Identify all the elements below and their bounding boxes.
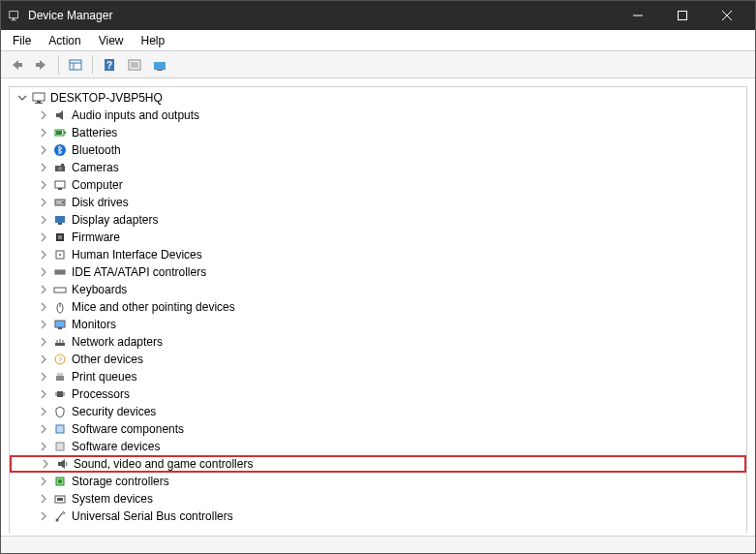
svg-rect-69 xyxy=(57,498,63,501)
svg-rect-9 xyxy=(70,60,81,70)
chevron-right-icon[interactable] xyxy=(37,196,50,209)
device-tree: DESKTOP-JVBP5HQ Audio inputs and outputs… xyxy=(9,86,747,533)
chevron-right-icon[interactable] xyxy=(37,318,50,331)
tree-item[interactable]: System devices xyxy=(10,490,746,508)
usb-icon xyxy=(52,508,68,524)
svg-rect-36 xyxy=(58,223,62,225)
chevron-right-icon[interactable] xyxy=(37,178,50,192)
computer-icon xyxy=(31,90,46,106)
cpu-icon xyxy=(52,386,68,402)
back-button[interactable] xyxy=(5,54,28,76)
svg-rect-18 xyxy=(154,62,166,70)
tree-item[interactable]: IDE ATA/ATAPI controllers xyxy=(10,263,746,281)
chevron-right-icon[interactable] xyxy=(37,475,50,488)
svg-rect-8 xyxy=(36,63,41,67)
svg-rect-50 xyxy=(55,343,65,346)
tree-item[interactable]: Network adapters xyxy=(10,333,746,351)
menu-action[interactable]: Action xyxy=(41,32,88,49)
tree-item[interactable]: Sound, video and game controllers xyxy=(10,455,746,473)
display-icon xyxy=(52,212,68,228)
svg-rect-65 xyxy=(58,462,61,466)
menu-file[interactable]: File xyxy=(5,32,39,49)
chevron-down-icon[interactable] xyxy=(15,91,29,105)
chevron-right-icon[interactable] xyxy=(37,387,50,401)
tree-item-label: Monitors xyxy=(72,318,116,331)
svg-point-67 xyxy=(58,479,62,483)
tree-item[interactable]: Cameras xyxy=(10,159,746,176)
help-button[interactable]: ? xyxy=(98,54,121,76)
chevron-right-icon[interactable] xyxy=(37,370,50,384)
scan-button[interactable] xyxy=(123,54,146,76)
tree-item[interactable]: Mice and other pointing devices xyxy=(10,298,746,316)
tree-item-label: Display adapters xyxy=(72,213,158,227)
chevron-right-icon[interactable] xyxy=(37,248,50,262)
show-hidden-button[interactable] xyxy=(148,54,171,76)
menu-help[interactable]: Help xyxy=(134,32,173,49)
camera-icon xyxy=(52,160,68,175)
svg-rect-23 xyxy=(56,113,59,117)
content-area: DESKTOP-JVBP5HQ Audio inputs and outputs… xyxy=(1,78,755,536)
chevron-right-icon[interactable] xyxy=(37,283,50,296)
chevron-right-icon[interactable] xyxy=(37,143,50,157)
app-icon xyxy=(7,8,22,23)
svg-rect-32 xyxy=(58,188,62,190)
tree-item[interactable]: Software devices xyxy=(10,438,746,455)
tree-item[interactable]: Print queues xyxy=(10,368,746,385)
hid-icon xyxy=(52,247,68,262)
tree-item[interactable]: Computer xyxy=(10,176,746,194)
chevron-right-icon[interactable] xyxy=(37,265,50,279)
tree-item[interactable]: Disk drives xyxy=(10,194,746,211)
properties-button[interactable] xyxy=(64,54,87,76)
bluetooth-icon xyxy=(52,142,68,158)
svg-rect-35 xyxy=(55,216,65,223)
tree-item[interactable]: Display adapters xyxy=(10,211,746,229)
chevron-right-icon[interactable] xyxy=(39,457,52,471)
chevron-right-icon[interactable] xyxy=(37,335,50,349)
menu-view[interactable]: View xyxy=(91,32,132,49)
tree-item[interactable]: Audio inputs and outputs xyxy=(10,107,746,124)
chevron-right-icon[interactable] xyxy=(37,231,50,244)
tree-item[interactable]: Universal Serial Bus controllers xyxy=(10,508,746,525)
svg-rect-26 xyxy=(56,131,62,135)
close-button[interactable] xyxy=(705,1,749,30)
chevron-right-icon[interactable] xyxy=(37,422,50,436)
chevron-right-icon[interactable] xyxy=(37,126,50,139)
computer-icon xyxy=(52,177,68,193)
chevron-right-icon[interactable] xyxy=(37,440,50,453)
tree-item[interactable]: Software components xyxy=(10,420,746,438)
tree-item-label: Cameras xyxy=(72,161,119,174)
tree-item[interactable]: Security devices xyxy=(10,403,746,420)
chevron-right-icon[interactable] xyxy=(37,509,50,523)
svg-rect-64 xyxy=(56,443,64,450)
chevron-right-icon[interactable] xyxy=(37,405,50,418)
tree-item[interactable]: Bluetooth xyxy=(10,141,746,159)
tree-item[interactable]: Monitors xyxy=(10,316,746,333)
tree-item[interactable]: Processors xyxy=(10,385,746,403)
svg-text:?: ? xyxy=(58,355,63,364)
chevron-right-icon[interactable] xyxy=(37,353,50,366)
chevron-right-icon[interactable] xyxy=(37,108,50,122)
tree-root-node[interactable]: DESKTOP-JVBP5HQ xyxy=(10,89,746,107)
tree-item[interactable]: Storage controllers xyxy=(10,473,746,490)
tree-item-label: Disk drives xyxy=(72,196,129,209)
tree-item[interactable]: Batteries xyxy=(10,124,746,141)
svg-point-34 xyxy=(62,201,64,203)
tree-item-label: Other devices xyxy=(72,353,143,366)
forward-button[interactable] xyxy=(30,54,53,76)
chevron-right-icon[interactable] xyxy=(37,213,50,227)
tree-item[interactable]: Keyboards xyxy=(10,281,746,298)
tree-item[interactable]: Firmware xyxy=(10,229,746,246)
chevron-right-icon[interactable] xyxy=(37,161,50,174)
chevron-right-icon[interactable] xyxy=(37,492,50,506)
minimize-button[interactable] xyxy=(616,1,660,30)
svg-rect-63 xyxy=(56,425,64,433)
maximize-button[interactable] xyxy=(660,1,705,30)
tree-item-label: Firmware xyxy=(72,231,120,244)
tree-item-label: Mice and other pointing devices xyxy=(72,300,235,314)
swcomp-icon xyxy=(52,421,68,437)
other-icon: ? xyxy=(52,352,68,367)
chevron-right-icon[interactable] xyxy=(37,300,50,314)
tree-item[interactable]: Human Interface Devices xyxy=(10,246,746,263)
tree-item[interactable]: ?Other devices xyxy=(10,351,746,368)
tree-item-label: Universal Serial Bus controllers xyxy=(72,509,233,523)
